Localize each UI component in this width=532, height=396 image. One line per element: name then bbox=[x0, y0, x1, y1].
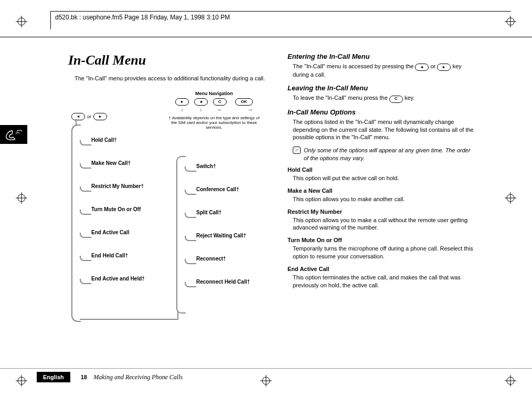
phone-section-icon bbox=[0, 125, 27, 144]
left-key-icon: ◂ bbox=[71, 113, 85, 120]
section-heading-leaving: Leaving the In-Call Menu bbox=[288, 84, 476, 92]
nav-ok-key-icon: OK bbox=[235, 98, 253, 106]
down-arrow-icon: ↓ bbox=[181, 107, 184, 112]
language-badge: English bbox=[37, 372, 70, 382]
option-body: Temporarily turns the microphone off dur… bbox=[293, 245, 476, 260]
menu-item: Make New Call† bbox=[91, 160, 131, 166]
diagram-connector bbox=[177, 311, 178, 320]
right-key-icon: ▸ bbox=[93, 113, 107, 120]
option-body: This option will put the active call on … bbox=[293, 174, 476, 182]
section-body: The options listed in the "In-Call" menu… bbox=[293, 118, 476, 142]
menu-item: Restrict My Number† bbox=[91, 183, 144, 189]
page-number: 18 bbox=[81, 374, 87, 380]
page-header: d520.bk : usephone.fm5 Page 18 Friday, M… bbox=[50, 11, 511, 29]
inner-bracket bbox=[176, 156, 186, 314]
c-key-icon: C bbox=[389, 96, 403, 103]
menu-item: Split Call† bbox=[196, 210, 221, 215]
nav-left-key-icon: ◂ bbox=[194, 98, 208, 106]
crop-mark-icon bbox=[505, 192, 516, 204]
page-title: In-Call Menu bbox=[68, 53, 273, 68]
section-body: The "In-Call" menu is accessed by pressi… bbox=[293, 62, 476, 79]
menu-item: Hold Call† bbox=[91, 137, 117, 143]
chapter-title: Making and Receiving Phone Calls bbox=[93, 373, 183, 381]
menu-navigation-legend: Menu Navigation ▸↓ ◂↓ C← OK→ † Availabil… bbox=[167, 91, 261, 130]
left-arrow-icon: ← bbox=[217, 107, 222, 112]
option-heading: Hold Call bbox=[288, 166, 476, 173]
menu-item: Turn Mute On or Off bbox=[91, 206, 141, 212]
crop-mark-icon bbox=[260, 375, 272, 387]
note: ☞ Only some of the options will appear a… bbox=[293, 147, 476, 162]
crop-mark-icon bbox=[505, 375, 516, 387]
left-key-icon: ◂ bbox=[415, 64, 429, 71]
entry-keys: ◂ or ▸ bbox=[71, 113, 107, 120]
menu-item: End Held Call† bbox=[91, 253, 128, 258]
down-arrow-icon: ↓ bbox=[200, 107, 203, 112]
section-body: To leave the "In-Call" menu press the C … bbox=[293, 94, 476, 102]
nav-footnote: † Availability depends on the type and s… bbox=[167, 116, 261, 130]
or-label: or bbox=[87, 114, 91, 119]
menu-item: Conference Call† bbox=[196, 186, 239, 192]
menu-item: Reject Waiting Call† bbox=[196, 233, 246, 238]
option-heading: Make a New Call bbox=[288, 187, 476, 194]
menu-item: End Active Call bbox=[91, 230, 129, 235]
section-heading-entering: Entering the In-Call Menu bbox=[288, 53, 476, 60]
option-body: This option terminates the active call, … bbox=[293, 274, 476, 289]
nav-label: Menu Navigation bbox=[167, 91, 261, 96]
diagram-connector bbox=[80, 319, 178, 320]
outer-bracket bbox=[71, 124, 81, 322]
crop-mark-icon bbox=[16, 375, 27, 387]
crop-mark-icon bbox=[16, 16, 27, 27]
crop-mark-icon bbox=[16, 192, 27, 204]
nav-c-key-icon: C bbox=[213, 98, 227, 106]
page-top-rule bbox=[0, 37, 532, 37]
option-heading: Turn Mute On or Off bbox=[288, 237, 476, 243]
menu-item: Switch† bbox=[196, 163, 216, 169]
intro-text: The "In-Call" menu provides access to ad… bbox=[75, 75, 273, 82]
right-arrow-icon: → bbox=[248, 107, 253, 112]
nav-right-key-icon: ▸ bbox=[175, 98, 189, 106]
menu-item: Reconnect† bbox=[196, 256, 226, 262]
option-heading: Restrict My Number bbox=[288, 209, 476, 215]
page-footer: English 18 Making and Receiving Phone Ca… bbox=[0, 368, 532, 369]
option-body: This option allows you to make a call wi… bbox=[293, 216, 476, 232]
menu-item: Reconnect Held Call† bbox=[196, 279, 250, 285]
menu-diagram: ◂ or ▸ Menu Navigation ▸↓ ◂↓ C← OK→ † Av… bbox=[68, 91, 273, 322]
option-heading: End Active Call bbox=[288, 266, 476, 272]
right-key-icon: ▸ bbox=[437, 64, 451, 71]
section-heading-options: In-Call Menu Options bbox=[288, 108, 476, 116]
note-icon: ☞ bbox=[293, 147, 301, 154]
option-body: This option allows you to make another c… bbox=[293, 195, 476, 203]
menu-item: End Active and Held† bbox=[91, 276, 145, 282]
